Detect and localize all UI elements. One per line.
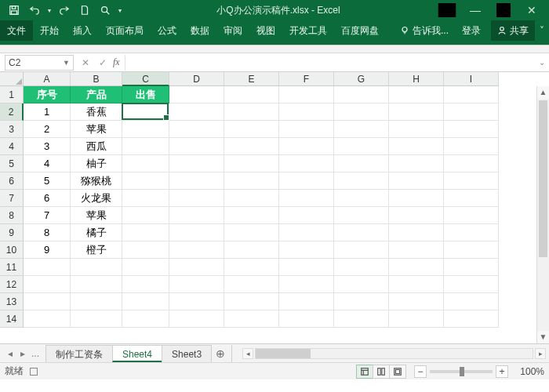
column-header[interactable]: E (224, 72, 279, 86)
cell[interactable] (389, 190, 444, 207)
cell[interactable] (169, 103, 224, 121)
cell[interactable] (334, 276, 389, 293)
tell-me[interactable]: 告诉我... (394, 20, 455, 41)
cell[interactable]: 香蕉 (71, 103, 122, 121)
cell[interactable] (71, 276, 122, 293)
cell[interactable] (444, 259, 499, 276)
sheet-tab[interactable]: Sheet3 (162, 345, 212, 362)
new-file-icon[interactable] (75, 2, 94, 19)
column-header[interactable]: A (24, 72, 71, 86)
cell[interactable] (169, 138, 224, 155)
cell[interactable] (389, 86, 444, 103)
cell[interactable] (224, 207, 279, 224)
row-header[interactable]: 12 (0, 276, 24, 293)
scroll-right-icon[interactable]: ▸ (535, 348, 546, 359)
cell[interactable] (122, 224, 169, 241)
cell[interactable] (224, 86, 279, 103)
cell[interactable] (444, 103, 499, 121)
tab-data[interactable]: 数据 (184, 20, 216, 41)
scroll-up-icon[interactable]: ▲ (537, 86, 549, 99)
cell[interactable]: 2 (24, 121, 71, 138)
cell[interactable] (24, 310, 71, 328)
cell[interactable] (389, 276, 444, 293)
cell[interactable] (444, 310, 499, 328)
cell[interactable] (169, 207, 224, 224)
tab-formulas[interactable]: 公式 (151, 20, 184, 41)
cell[interactable] (444, 276, 499, 293)
cell[interactable] (444, 172, 499, 190)
cell[interactable] (279, 293, 334, 310)
tab-developer[interactable]: 开发工具 (282, 20, 334, 41)
cell[interactable] (169, 259, 224, 276)
cell[interactable] (122, 241, 169, 259)
cell[interactable] (24, 259, 71, 276)
cell[interactable] (279, 310, 334, 328)
cell[interactable]: 5 (24, 172, 71, 190)
cell[interactable] (122, 103, 169, 121)
column-header[interactable]: H (389, 72, 444, 86)
scroll-thumb-h[interactable] (256, 349, 311, 358)
tab-review[interactable]: 审阅 (216, 20, 249, 41)
cell[interactable] (169, 155, 224, 172)
scroll-track-h[interactable] (255, 348, 533, 359)
cell[interactable] (169, 190, 224, 207)
cell[interactable] (122, 293, 169, 310)
name-box-dropdown-icon[interactable]: ▼ (63, 59, 70, 67)
cell[interactable] (169, 121, 224, 138)
cell[interactable] (279, 121, 334, 138)
cell[interactable]: 苹果 (71, 121, 122, 138)
zoom-out-button[interactable]: − (414, 365, 427, 378)
row-header[interactable]: 3 (0, 121, 24, 138)
zoom-slider-knob[interactable] (460, 367, 464, 376)
share-button[interactable]: 共享 (491, 20, 535, 41)
cell[interactable] (224, 276, 279, 293)
cell[interactable]: 8 (24, 224, 71, 241)
cell[interactable] (224, 259, 279, 276)
print-preview-icon[interactable] (96, 2, 115, 19)
tab-file[interactable]: 文件 (0, 20, 33, 41)
cell[interactable] (279, 86, 334, 103)
maximize-button[interactable] (489, 2, 518, 19)
row-header[interactable]: 9 (0, 224, 24, 241)
cell[interactable]: 苹果 (71, 207, 122, 224)
cell[interactable] (224, 121, 279, 138)
accept-formula-icon[interactable]: ✓ (94, 57, 111, 68)
cell[interactable] (71, 293, 122, 310)
cell[interactable] (444, 224, 499, 241)
row-header[interactable]: 6 (0, 172, 24, 190)
cell[interactable] (389, 138, 444, 155)
cell[interactable]: 火龙果 (71, 190, 122, 207)
cell[interactable] (169, 293, 224, 310)
tab-insert[interactable]: 插入 (66, 20, 99, 41)
cell[interactable] (224, 224, 279, 241)
cell[interactable] (389, 103, 444, 121)
cell[interactable] (224, 155, 279, 172)
cell[interactable] (389, 310, 444, 328)
row-header[interactable]: 1 (0, 86, 24, 103)
row-header[interactable]: 7 (0, 190, 24, 207)
cell[interactable] (444, 138, 499, 155)
close-button[interactable]: ✕ (518, 2, 546, 19)
cell[interactable] (444, 207, 499, 224)
macro-record-icon[interactable] (30, 368, 38, 376)
cell[interactable] (334, 155, 389, 172)
minimize-button[interactable]: — (461, 2, 489, 19)
cell[interactable] (279, 207, 334, 224)
cell[interactable] (444, 155, 499, 172)
cell[interactable] (444, 241, 499, 259)
cell[interactable]: 猕猴桃 (71, 172, 122, 190)
undo-icon[interactable] (25, 2, 44, 19)
cell[interactable] (279, 103, 334, 121)
cell[interactable] (122, 121, 169, 138)
cell[interactable] (444, 86, 499, 103)
cell[interactable]: 序号 (24, 86, 71, 103)
cell[interactable]: 7 (24, 207, 71, 224)
vertical-scrollbar[interactable]: ▲ ▼ (536, 86, 549, 343)
cell[interactable] (389, 259, 444, 276)
cell[interactable] (334, 310, 389, 328)
scroll-thumb-v[interactable] (539, 100, 547, 257)
cell[interactable] (122, 207, 169, 224)
cell[interactable] (444, 293, 499, 310)
cell[interactable] (122, 276, 169, 293)
cell[interactable] (122, 190, 169, 207)
